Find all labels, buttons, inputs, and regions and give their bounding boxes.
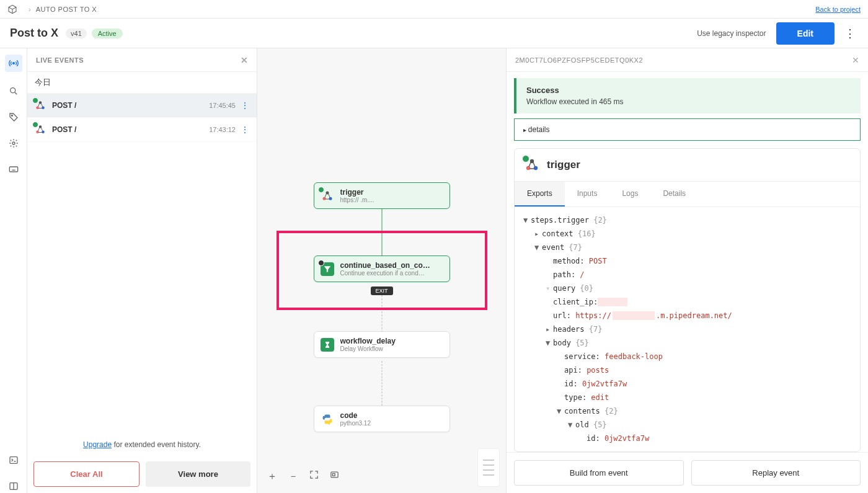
- terminal-icon[interactable]: [7, 453, 20, 467]
- icon-rail: [0, 48, 27, 493]
- fit-icon[interactable]: [309, 470, 319, 483]
- svg-point-18: [526, 166, 530, 170]
- node-trigger[interactable]: trigger https:// .m....: [314, 182, 450, 209]
- add-icon[interactable]: ＋: [267, 470, 277, 483]
- filter-icon: [321, 262, 334, 276]
- svg-rect-5: [10, 457, 17, 464]
- inspector-panel: 2M0CT7LO6PZFOSFP5CEDETQ0KX2 ✕ Success Wo…: [506, 48, 868, 493]
- tree-toggle[interactable]: ▼: [534, 241, 542, 254]
- live-events-icon[interactable]: [5, 55, 22, 72]
- svg-point-10: [36, 131, 39, 134]
- tab-details[interactable]: Details: [650, 182, 698, 207]
- tab-bar: Exports Inputs Logs Details: [515, 182, 860, 207]
- upgrade-notice: Upgrade for extended event history.: [27, 434, 257, 455]
- breadcrumb-bar: › AUTO POST TO X Back to project: [0, 0, 868, 19]
- tree-toggle[interactable]: ▼: [557, 404, 564, 418]
- event-menu-icon[interactable]: ⋮: [241, 100, 249, 110]
- node-title: trigger: [340, 188, 443, 197]
- minus-icon[interactable]: －: [288, 470, 298, 483]
- node-condition[interactable]: continue_based_on_co… Continue execution…: [314, 255, 450, 282]
- svg-rect-17: [332, 474, 335, 476]
- step-title: trigger: [547, 159, 580, 171]
- replay-event-button[interactable]: Replay event: [691, 460, 861, 486]
- live-events-panel: LIVE EVENTS ✕ 今日 POST / 17:45:45 ⋮ POST …: [27, 48, 257, 493]
- python-icon: [321, 412, 334, 426]
- event-row[interactable]: POST / 17:45:45 ⋮: [27, 94, 257, 118]
- event-menu-icon[interactable]: ⋮: [241, 125, 249, 135]
- node-subtitle: Delay Workflow: [340, 345, 443, 352]
- clear-all-button[interactable]: Clear All: [33, 461, 140, 487]
- chevron-right-icon: ›: [29, 6, 31, 13]
- panel-icon[interactable]: [7, 479, 20, 493]
- svg-point-1: [10, 88, 15, 93]
- svg-point-13: [322, 197, 326, 200]
- step-card: trigger Exports Inputs Logs Details ▼ste…: [514, 148, 861, 452]
- svg-point-2: [11, 115, 12, 116]
- tree-toggle[interactable]: ▾: [546, 282, 553, 295]
- more-menu-icon[interactable]: ⋮: [842, 24, 858, 43]
- event-label: POST /: [52, 101, 76, 110]
- header-bar: Post to X v41 Active Use legacy inspecto…: [0, 19, 868, 48]
- node-title: workflow_delay: [340, 337, 443, 345]
- search-icon[interactable]: [7, 84, 20, 98]
- details-toggle[interactable]: details: [514, 118, 861, 141]
- success-subtitle: Workflow executed in 465 ms: [526, 97, 851, 106]
- version-badge[interactable]: v41: [66, 29, 87, 38]
- tree-toggle[interactable]: ▼: [546, 336, 553, 350]
- build-from-event-button[interactable]: Build from event: [514, 460, 684, 486]
- node-subtitle: https:// .m....: [340, 197, 443, 203]
- edit-button[interactable]: Edit: [776, 22, 835, 45]
- logo-cube-icon[interactable]: [7, 4, 17, 14]
- svg-point-3: [12, 142, 15, 144]
- event-row[interactable]: POST / 17:43:12 ⋮: [27, 118, 257, 142]
- gear-icon[interactable]: [7, 136, 20, 150]
- live-events-title: LIVE EVENTS: [36, 56, 84, 64]
- tag-icon[interactable]: [7, 110, 20, 124]
- exports-tree: ▼steps.trigger {2} ▸context {16} ▼event …: [515, 207, 860, 451]
- event-label: POST /: [52, 125, 76, 134]
- hourglass-icon: [321, 338, 334, 352]
- tab-inputs[interactable]: Inputs: [565, 182, 610, 207]
- inspector-header: 2M0CT7LO6PZFOSFP5CEDETQ0KX2 ✕: [507, 48, 868, 72]
- node-code[interactable]: code python3.12: [314, 406, 450, 432]
- success-banner: Success Workflow executed in 465 ms: [514, 78, 861, 113]
- event-time: 17:43:12: [209, 126, 236, 133]
- node-title: continue_based_on_co…: [340, 261, 443, 270]
- tree-toggle[interactable]: ▼: [523, 213, 531, 227]
- run-id: 2M0CT7LO6PZFOSFP5CEDETQ0KX2: [515, 56, 643, 64]
- upgrade-link[interactable]: Upgrade: [83, 440, 112, 449]
- minimap[interactable]: [477, 448, 500, 487]
- close-icon[interactable]: ✕: [241, 55, 249, 65]
- svg-point-7: [36, 107, 39, 110]
- tree-toggle[interactable]: ▸: [534, 227, 542, 241]
- view-more-button[interactable]: View more: [146, 461, 250, 487]
- status-badge: Active: [92, 29, 123, 38]
- tree-toggle[interactable]: ▼: [568, 418, 575, 432]
- legacy-inspector-link[interactable]: Use legacy inspector: [697, 29, 766, 38]
- workflow-title: Post to X: [10, 27, 58, 40]
- webhook-icon: [525, 158, 539, 172]
- canvas-tools: ＋ －: [267, 470, 339, 483]
- webhook-icon: [35, 124, 46, 135]
- tab-logs[interactable]: Logs: [609, 182, 650, 207]
- tree-toggle[interactable]: ▸: [546, 322, 553, 336]
- svg-point-8: [42, 107, 45, 110]
- exit-badge: EXIT: [370, 286, 392, 295]
- event-time: 17:45:45: [209, 102, 236, 109]
- close-icon[interactable]: ✕: [852, 55, 860, 65]
- svg-point-0: [12, 63, 14, 64]
- success-title: Success: [526, 86, 851, 95]
- node-delay[interactable]: workflow_delay Delay Workflow: [314, 331, 450, 358]
- svg-point-11: [42, 131, 45, 134]
- svg-point-14: [329, 197, 332, 200]
- workflow-canvas[interactable]: trigger https:// .m.... continue_based_o…: [257, 48, 506, 493]
- node-title: code: [340, 411, 443, 420]
- keyboard-icon[interactable]: [7, 162, 20, 176]
- screenshot-icon[interactable]: [330, 470, 339, 483]
- back-to-project-link[interactable]: Back to project: [815, 6, 861, 13]
- tab-exports[interactable]: Exports: [515, 182, 565, 207]
- live-events-header: LIVE EVENTS ✕: [27, 48, 257, 72]
- node-subtitle: Continue execution if a cond…: [340, 270, 443, 277]
- breadcrumb-item[interactable]: AUTO POST TO X: [36, 6, 97, 13]
- svg-rect-4: [9, 167, 17, 172]
